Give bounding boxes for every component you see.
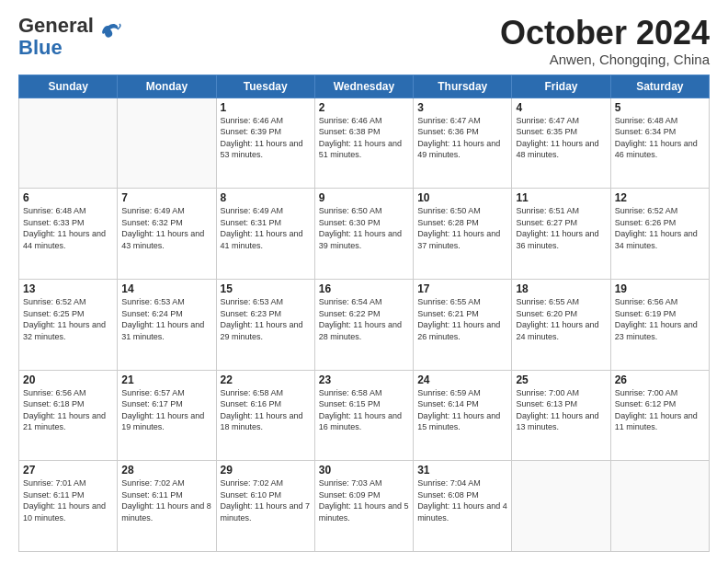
table-row: 31Sunrise: 7:04 AMSunset: 6:08 PMDayligh… bbox=[414, 461, 512, 552]
table-row bbox=[512, 461, 610, 552]
cell-info: Sunrise: 7:00 AMSunset: 6:12 PMDaylight:… bbox=[615, 387, 705, 433]
table-row: 5Sunrise: 6:48 AMSunset: 6:34 PMDaylight… bbox=[610, 98, 709, 189]
cell-info: Sunrise: 6:47 AMSunset: 6:35 PMDaylight:… bbox=[516, 115, 606, 161]
day-number: 23 bbox=[319, 373, 409, 386]
day-number: 5 bbox=[615, 101, 705, 114]
col-monday: Monday bbox=[118, 75, 216, 98]
table-row: 14Sunrise: 6:53 AMSunset: 6:24 PMDayligh… bbox=[118, 279, 216, 370]
day-number: 19 bbox=[615, 282, 705, 295]
logo: General Blue bbox=[18, 15, 121, 59]
table-row: 18Sunrise: 6:55 AMSunset: 6:20 PMDayligh… bbox=[512, 279, 610, 370]
cell-info: Sunrise: 7:03 AMSunset: 6:09 PMDaylight:… bbox=[319, 477, 409, 523]
cell-info: Sunrise: 6:52 AMSunset: 6:26 PMDaylight:… bbox=[615, 205, 705, 251]
cell-info: Sunrise: 6:48 AMSunset: 6:33 PMDaylight:… bbox=[23, 205, 113, 251]
table-row: 11Sunrise: 6:51 AMSunset: 6:27 PMDayligh… bbox=[512, 189, 610, 280]
day-number: 31 bbox=[417, 464, 507, 477]
cell-info: Sunrise: 6:59 AMSunset: 6:14 PMDaylight:… bbox=[417, 387, 507, 433]
col-sunday: Sunday bbox=[19, 75, 118, 98]
table-row: 1Sunrise: 6:46 AMSunset: 6:39 PMDaylight… bbox=[216, 98, 314, 189]
table-row: 22Sunrise: 6:58 AMSunset: 6:16 PMDayligh… bbox=[216, 370, 314, 461]
col-thursday: Thursday bbox=[414, 75, 512, 98]
calendar-week-row: 1Sunrise: 6:46 AMSunset: 6:39 PMDaylight… bbox=[19, 98, 710, 189]
table-row bbox=[610, 461, 709, 552]
calendar-week-row: 13Sunrise: 6:52 AMSunset: 6:25 PMDayligh… bbox=[19, 279, 710, 370]
cell-info: Sunrise: 6:48 AMSunset: 6:34 PMDaylight:… bbox=[615, 115, 705, 161]
table-row: 29Sunrise: 7:02 AMSunset: 6:10 PMDayligh… bbox=[216, 461, 314, 552]
day-number: 10 bbox=[417, 191, 507, 204]
cell-info: Sunrise: 6:55 AMSunset: 6:21 PMDaylight:… bbox=[417, 296, 507, 342]
logo-general: General bbox=[18, 14, 94, 37]
title-area: October 2024 Anwen, Chongqing, China bbox=[500, 15, 710, 67]
cell-info: Sunrise: 7:01 AMSunset: 6:11 PMDaylight:… bbox=[23, 477, 113, 523]
day-number: 29 bbox=[221, 464, 311, 477]
table-row: 17Sunrise: 6:55 AMSunset: 6:21 PMDayligh… bbox=[414, 279, 512, 370]
day-number: 2 bbox=[319, 101, 409, 114]
table-row: 30Sunrise: 7:03 AMSunset: 6:09 PMDayligh… bbox=[314, 461, 413, 552]
table-row: 21Sunrise: 6:57 AMSunset: 6:17 PMDayligh… bbox=[118, 370, 216, 461]
table-row: 15Sunrise: 6:53 AMSunset: 6:23 PMDayligh… bbox=[216, 279, 314, 370]
day-number: 12 bbox=[615, 191, 705, 204]
logo-blue: Blue bbox=[18, 36, 63, 59]
day-number: 13 bbox=[23, 282, 113, 295]
day-number: 26 bbox=[615, 373, 705, 386]
cell-info: Sunrise: 7:04 AMSunset: 6:08 PMDaylight:… bbox=[417, 477, 507, 523]
calendar-week-row: 27Sunrise: 7:01 AMSunset: 6:11 PMDayligh… bbox=[19, 461, 710, 552]
cell-info: Sunrise: 6:56 AMSunset: 6:19 PMDaylight:… bbox=[615, 296, 705, 342]
table-row: 13Sunrise: 6:52 AMSunset: 6:25 PMDayligh… bbox=[19, 279, 118, 370]
cell-info: Sunrise: 6:57 AMSunset: 6:17 PMDaylight:… bbox=[121, 387, 211, 433]
cell-info: Sunrise: 6:50 AMSunset: 6:30 PMDaylight:… bbox=[319, 205, 409, 251]
calendar-week-row: 20Sunrise: 6:56 AMSunset: 6:18 PMDayligh… bbox=[19, 370, 710, 461]
day-number: 28 bbox=[121, 464, 211, 477]
table-row: 24Sunrise: 6:59 AMSunset: 6:14 PMDayligh… bbox=[414, 370, 512, 461]
location: Anwen, Chongqing, China bbox=[500, 52, 710, 67]
day-number: 8 bbox=[221, 191, 311, 204]
table-row: 7Sunrise: 6:49 AMSunset: 6:32 PMDaylight… bbox=[118, 189, 216, 280]
table-row: 3Sunrise: 6:47 AMSunset: 6:36 PMDaylight… bbox=[414, 98, 512, 189]
cell-info: Sunrise: 6:56 AMSunset: 6:18 PMDaylight:… bbox=[23, 387, 113, 433]
table-row bbox=[19, 98, 118, 189]
table-row: 19Sunrise: 6:56 AMSunset: 6:19 PMDayligh… bbox=[610, 279, 709, 370]
table-row: 25Sunrise: 7:00 AMSunset: 6:13 PMDayligh… bbox=[512, 370, 610, 461]
cell-info: Sunrise: 6:46 AMSunset: 6:38 PMDaylight:… bbox=[319, 115, 409, 161]
cell-info: Sunrise: 6:49 AMSunset: 6:32 PMDaylight:… bbox=[121, 205, 211, 251]
calendar-table: Sunday Monday Tuesday Wednesday Thursday… bbox=[18, 75, 710, 552]
table-row: 27Sunrise: 7:01 AMSunset: 6:11 PMDayligh… bbox=[19, 461, 118, 552]
table-row: 20Sunrise: 6:56 AMSunset: 6:18 PMDayligh… bbox=[19, 370, 118, 461]
table-row: 12Sunrise: 6:52 AMSunset: 6:26 PMDayligh… bbox=[610, 189, 709, 280]
bird-icon bbox=[96, 20, 121, 46]
month-title: October 2024 bbox=[500, 15, 710, 52]
col-friday: Friday bbox=[512, 75, 610, 98]
calendar-header-row: Sunday Monday Tuesday Wednesday Thursday… bbox=[19, 75, 710, 98]
cell-info: Sunrise: 7:02 AMSunset: 6:10 PMDaylight:… bbox=[221, 477, 311, 523]
day-number: 11 bbox=[516, 191, 606, 204]
day-number: 18 bbox=[516, 282, 606, 295]
day-number: 9 bbox=[319, 191, 409, 204]
table-row: 10Sunrise: 6:50 AMSunset: 6:28 PMDayligh… bbox=[414, 189, 512, 280]
day-number: 22 bbox=[221, 373, 311, 386]
cell-info: Sunrise: 6:55 AMSunset: 6:20 PMDaylight:… bbox=[516, 296, 606, 342]
day-number: 15 bbox=[221, 282, 311, 295]
table-row: 2Sunrise: 6:46 AMSunset: 6:38 PMDaylight… bbox=[314, 98, 413, 189]
cell-info: Sunrise: 6:58 AMSunset: 6:16 PMDaylight:… bbox=[221, 387, 311, 433]
day-number: 20 bbox=[23, 373, 113, 386]
table-row: 4Sunrise: 6:47 AMSunset: 6:35 PMDaylight… bbox=[512, 98, 610, 189]
cell-info: Sunrise: 6:46 AMSunset: 6:39 PMDaylight:… bbox=[221, 115, 311, 161]
table-row: 8Sunrise: 6:49 AMSunset: 6:31 PMDaylight… bbox=[216, 189, 314, 280]
cell-info: Sunrise: 6:47 AMSunset: 6:36 PMDaylight:… bbox=[417, 115, 507, 161]
cell-info: Sunrise: 6:52 AMSunset: 6:25 PMDaylight:… bbox=[23, 296, 113, 342]
col-tuesday: Tuesday bbox=[216, 75, 314, 98]
table-row: 16Sunrise: 6:54 AMSunset: 6:22 PMDayligh… bbox=[314, 279, 413, 370]
day-number: 27 bbox=[23, 464, 113, 477]
table-row: 26Sunrise: 7:00 AMSunset: 6:12 PMDayligh… bbox=[610, 370, 709, 461]
table-row bbox=[118, 98, 216, 189]
day-number: 14 bbox=[121, 282, 211, 295]
cell-info: Sunrise: 6:50 AMSunset: 6:28 PMDaylight:… bbox=[417, 205, 507, 251]
col-wednesday: Wednesday bbox=[314, 75, 413, 98]
cell-info: Sunrise: 6:53 AMSunset: 6:23 PMDaylight:… bbox=[221, 296, 311, 342]
cell-info: Sunrise: 7:02 AMSunset: 6:11 PMDaylight:… bbox=[121, 477, 211, 523]
cell-info: Sunrise: 6:54 AMSunset: 6:22 PMDaylight:… bbox=[319, 296, 409, 342]
day-number: 24 bbox=[417, 373, 507, 386]
day-number: 4 bbox=[516, 101, 606, 114]
calendar-week-row: 6Sunrise: 6:48 AMSunset: 6:33 PMDaylight… bbox=[19, 189, 710, 280]
day-number: 3 bbox=[417, 101, 507, 114]
